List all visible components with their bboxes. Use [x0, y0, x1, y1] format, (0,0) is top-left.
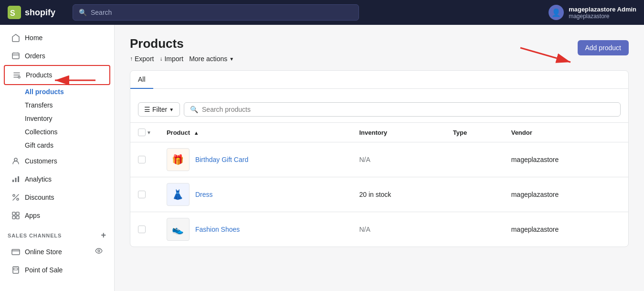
analytics-icon — [11, 175, 20, 183]
search-placeholder: Search — [91, 9, 112, 16]
svg-rect-10 — [12, 212, 15, 215]
row-vendor: mageplazastore — [504, 142, 628, 177]
sidebar-item-apps[interactable]: Apps — [4, 206, 110, 225]
more-actions-button[interactable]: More actions ▼ — [189, 55, 234, 63]
sidebar-item-products-label: Products — [26, 71, 52, 79]
row-type — [445, 142, 504, 177]
logo[interactable]: S shopify — [8, 6, 65, 19]
online-store-eye-icon[interactable] — [95, 247, 103, 256]
add-product-area: Add product — [578, 40, 629, 55]
user-info: mageplazastore Admin mageplazastore — [569, 6, 636, 20]
header-actions: ↑ Export ↓ Import More actions ▼ — [130, 55, 234, 63]
sidebar-item-orders[interactable]: Orders — [4, 47, 110, 65]
customers-icon — [11, 157, 20, 165]
sidebar-item-discounts[interactable]: Discounts — [4, 188, 110, 206]
filter-button[interactable]: ☰ Filter ▼ — [138, 102, 180, 117]
export-icon: ↑ — [130, 55, 133, 62]
svg-rect-12 — [12, 216, 15, 219]
table-row: 👟 Fashion Shoes N/A mageplazastore — [130, 212, 628, 247]
product-name-link[interactable]: Dress — [195, 191, 213, 198]
th-inventory: Inventory — [351, 123, 445, 142]
sidebar-item-orders-label: Orders — [25, 52, 45, 60]
row-checkbox[interactable] — [138, 156, 146, 163]
sidebar-item-discounts-label: Discounts — [25, 194, 54, 201]
row-checkbox-cell — [130, 212, 159, 247]
sidebar-item-collections[interactable]: Collections — [25, 125, 110, 139]
sidebar-item-all-products[interactable]: All products — [25, 85, 110, 98]
add-product-button[interactable]: Add product — [578, 40, 629, 55]
export-button[interactable]: ↑ Export — [130, 55, 154, 63]
row-product: 👟 Fashion Shoes — [159, 212, 352, 247]
sidebar: Home Orders Products All products Transf… — [0, 25, 115, 291]
discounts-icon — [11, 193, 20, 202]
page-title-area: Products ↑ Export ↓ Import More actions … — [130, 36, 234, 63]
products-table: ▼ Product ▲ Inventory Type Vendor — [130, 123, 628, 247]
shopify-logo-icon: S — [8, 6, 21, 19]
svg-rect-14 — [12, 249, 20, 255]
table-row: 👗 Dress 20 in stock mageplazastore — [130, 177, 628, 212]
point-of-sale-icon — [11, 266, 20, 274]
search-products-input[interactable] — [202, 106, 614, 113]
th-checkbox: ▼ — [130, 123, 159, 142]
product-name-link[interactable]: Fashion Shoes — [195, 226, 240, 233]
svg-point-15 — [98, 250, 100, 252]
sidebar-sub-products: All products Transfers Inventory Collect… — [0, 85, 114, 152]
sidebar-item-analytics-label: Analytics — [25, 175, 52, 183]
chevron-down-icon: ▼ — [229, 56, 234, 62]
search-bar[interactable]: 🔍 Search — [73, 4, 359, 21]
sidebar-item-online-store[interactable]: Online Store — [4, 242, 110, 261]
sidebar-item-customers[interactable]: Customers — [4, 152, 110, 170]
table-row: 🎁 Birthday Gift Card N/A mageplazastore — [130, 142, 628, 177]
tab-all[interactable]: All — [130, 71, 153, 89]
app-layout: Home Orders Products All products Transf… — [0, 25, 644, 291]
filter-bar: ☰ Filter ▼ 🔍 — [130, 97, 628, 123]
import-button[interactable]: ↓ Import — [159, 55, 183, 63]
home-icon — [11, 33, 20, 42]
product-name-link[interactable]: Birthday Gift Card — [195, 156, 248, 163]
user-store: mageplazastore — [569, 13, 636, 20]
th-vendor: Vendor — [504, 123, 628, 142]
row-checkbox-cell — [130, 142, 159, 177]
product-thumbnail: 👟 — [167, 218, 190, 241]
sales-channels-section: SALES CHANNELS + — [0, 225, 114, 242]
row-inventory: N/A — [351, 142, 445, 177]
sidebar-item-transfers[interactable]: Transfers — [25, 98, 110, 112]
import-icon: ↓ — [159, 55, 162, 62]
add-sales-channel-button[interactable]: + — [101, 230, 106, 240]
product-thumbnail: 👗 — [167, 183, 190, 206]
orders-icon — [11, 52, 20, 60]
select-all-checkbox[interactable] — [138, 129, 146, 136]
row-checkbox[interactable] — [138, 191, 146, 198]
sidebar-item-inventory[interactable]: Inventory — [25, 112, 110, 125]
row-vendor: mageplazastore — [504, 212, 628, 247]
inventory-value: N/A — [359, 226, 370, 233]
select-dropdown-arrow[interactable]: ▼ — [147, 130, 151, 135]
sidebar-item-gift-cards[interactable]: Gift cards — [25, 139, 110, 152]
sidebar-item-point-of-sale[interactable]: Point of Sale — [4, 261, 110, 279]
svg-rect-17 — [14, 268, 18, 270]
sidebar-item-products[interactable]: Products — [4, 65, 110, 85]
products-icon — [12, 71, 21, 79]
row-inventory: 20 in stock — [351, 177, 445, 212]
svg-rect-11 — [16, 212, 19, 215]
online-store-icon — [11, 248, 20, 256]
svg-point-4 — [14, 158, 17, 161]
row-vendor: mageplazastore — [504, 177, 628, 212]
svg-rect-2 — [12, 53, 19, 59]
svg-rect-5 — [12, 180, 14, 182]
row-inventory: N/A — [351, 212, 445, 247]
filter-icon: ☰ — [144, 106, 150, 113]
product-search-wrap[interactable]: 🔍 — [184, 102, 621, 117]
sidebar-item-online-store-label: Online Store — [25, 248, 62, 256]
row-product: 👗 Dress — [159, 177, 352, 212]
sidebar-item-home[interactable]: Home — [4, 29, 110, 47]
user-area[interactable]: 👤 mageplazastore Admin mageplazastore — [549, 5, 636, 20]
page-title: Products — [130, 36, 234, 51]
sidebar-item-point-of-sale-label: Point of Sale — [25, 266, 63, 274]
th-type: Type — [445, 123, 504, 142]
svg-point-8 — [13, 194, 15, 196]
sidebar-item-analytics[interactable]: Analytics — [4, 170, 110, 188]
row-checkbox[interactable] — [138, 226, 146, 233]
products-card: All ☰ Filter ▼ 🔍 — [130, 70, 629, 247]
svg-point-9 — [17, 198, 19, 200]
